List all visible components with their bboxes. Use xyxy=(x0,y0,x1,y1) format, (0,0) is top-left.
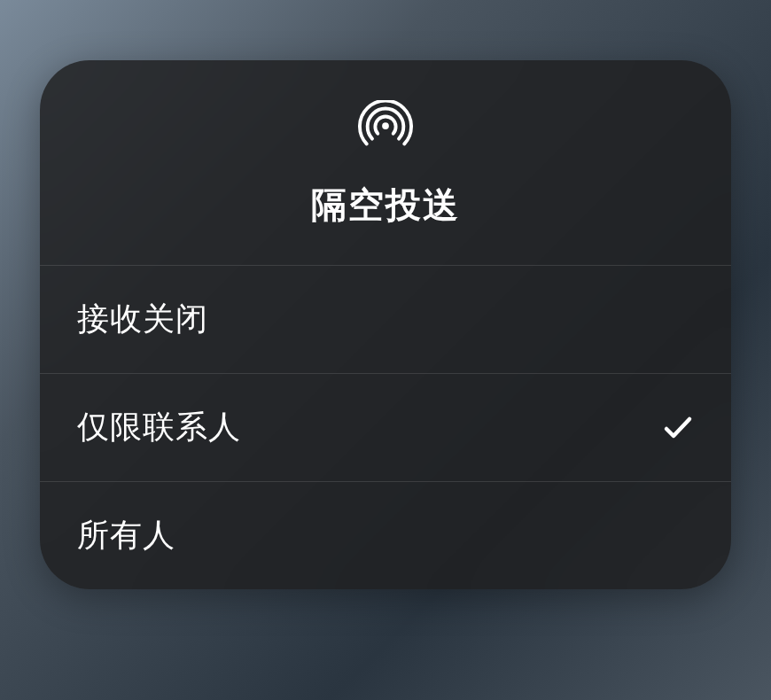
option-label: 仅限联系人 xyxy=(77,406,241,449)
option-contacts-only[interactable]: 仅限联系人 xyxy=(40,374,731,482)
option-receiving-off[interactable]: 接收关闭 xyxy=(40,266,731,374)
airdrop-icon xyxy=(358,100,413,159)
checkmark-icon xyxy=(662,412,694,444)
option-everyone[interactable]: 所有人 xyxy=(40,482,731,589)
airdrop-panel: 隔空投送 接收关闭 仅限联系人 所有人 xyxy=(40,60,731,589)
panel-title: 隔空投送 xyxy=(311,181,460,229)
option-label: 接收关闭 xyxy=(77,298,208,341)
options-list: 接收关闭 仅限联系人 所有人 xyxy=(40,266,731,589)
panel-header: 隔空投送 xyxy=(40,60,731,266)
option-label: 所有人 xyxy=(77,514,175,557)
svg-point-0 xyxy=(382,122,389,129)
